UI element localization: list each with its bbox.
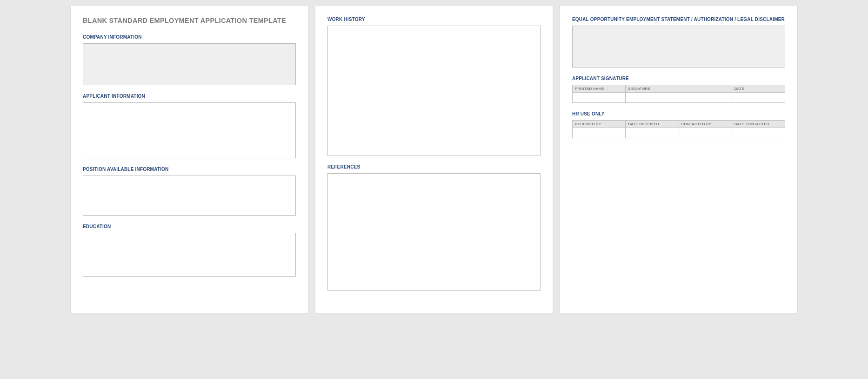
document-title: BLANK STANDARD EMPLOYMENT APPLICATION TE…: [83, 17, 296, 24]
heading-applicant-signature: APPLICANT SIGNATURE: [572, 76, 785, 81]
cell-date-received[interactable]: [626, 128, 679, 138]
cell-contacted-by[interactable]: [679, 128, 732, 138]
heading-eoe-statement: EQUAL OPPORTUNITY EMPLOYMENT STATEMENT /…: [572, 17, 785, 22]
page-2: WORK HISTORY REFERENCES: [315, 6, 553, 313]
box-company-information[interactable]: [83, 43, 296, 85]
table-row: [573, 128, 785, 138]
heading-position-information: POSITION AVAILABLE INFORMATION: [83, 167, 296, 172]
page-1: BLANK STANDARD EMPLOYMENT APPLICATION TE…: [71, 6, 308, 313]
heading-applicant-information: APPLICANT INFORMATION: [83, 94, 296, 99]
cell-printed-name[interactable]: [573, 93, 626, 103]
box-applicant-information[interactable]: [83, 102, 296, 158]
table-applicant-signature: PRINTED NAME SIGNATURE DATE: [572, 85, 785, 103]
page-3: EQUAL OPPORTUNITY EMPLOYMENT STATEMENT /…: [560, 6, 797, 313]
th-printed-name: PRINTED NAME: [573, 85, 626, 93]
cell-date[interactable]: [732, 93, 785, 103]
heading-hr-use-only: HR USE ONLY: [572, 111, 785, 116]
th-date-received: DATE RECEIVED: [626, 121, 679, 128]
th-contacted-by: CONTACTED BY: [679, 121, 732, 128]
heading-references: REFERENCES: [327, 164, 541, 169]
box-work-history[interactable]: [327, 26, 541, 156]
heading-work-history: WORK HISTORY: [327, 17, 541, 22]
table-row: [573, 93, 785, 103]
table-hr-use-only: RECEIVED BY DATE RECEIVED CONTACTED BY D…: [572, 120, 785, 138]
box-position-information[interactable]: [83, 176, 296, 216]
heading-company-information: COMPANY INFORMATION: [83, 34, 296, 40]
th-received-by: RECEIVED BY: [573, 121, 626, 128]
th-signature: SIGNATURE: [626, 85, 732, 93]
th-date: DATE: [732, 85, 785, 93]
box-eoe-statement[interactable]: [572, 26, 785, 68]
box-education[interactable]: [83, 233, 296, 277]
cell-received-by[interactable]: [573, 128, 626, 138]
th-date-contacted: DATE CONTACTED: [732, 121, 785, 128]
box-references[interactable]: [327, 173, 541, 291]
cell-signature[interactable]: [626, 93, 732, 103]
heading-education: EDUCATION: [83, 224, 296, 229]
cell-date-contacted[interactable]: [732, 128, 785, 138]
